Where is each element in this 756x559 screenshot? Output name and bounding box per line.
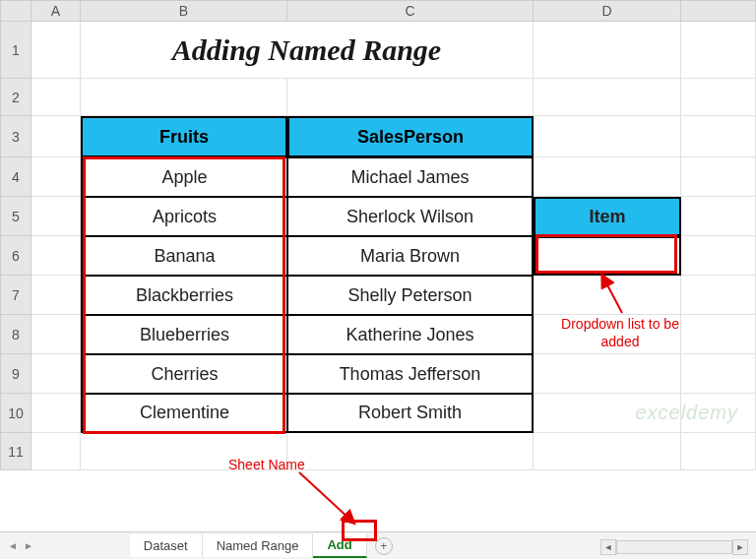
tab-nav-prev-icon[interactable]: ◄ bbox=[8, 540, 18, 551]
cell-a8[interactable] bbox=[32, 315, 81, 354]
cell-e1[interactable] bbox=[681, 22, 756, 79]
row-header-9[interactable]: 9 bbox=[0, 354, 32, 394]
annotation-sheetname: Sheet Name bbox=[228, 457, 305, 472]
col-header-d[interactable]: D bbox=[534, 0, 681, 22]
horizontal-scrollbar[interactable]: ◄ ► bbox=[600, 539, 748, 555]
cell-a11[interactable] bbox=[32, 433, 81, 470]
row-header-7[interactable]: 7 bbox=[0, 276, 32, 315]
header-fruits[interactable]: Fruits bbox=[81, 116, 287, 157]
cell-e8[interactable] bbox=[681, 315, 756, 354]
spreadsheet-grid: A B C D 1 Adding Named Range 2 3 Fruits … bbox=[0, 0, 756, 531]
col-header-a[interactable]: A bbox=[32, 0, 81, 22]
row-header-6[interactable]: 6 bbox=[0, 236, 32, 276]
annotation-dropdown: Dropdown list to be added bbox=[561, 315, 679, 350]
cell-a6[interactable] bbox=[32, 236, 81, 276]
row-header-3[interactable]: 3 bbox=[0, 116, 32, 157]
cell-a1[interactable] bbox=[32, 22, 81, 79]
row-header-1[interactable]: 1 bbox=[0, 22, 32, 79]
cell-c2[interactable] bbox=[287, 79, 534, 116]
cell-fruit-6[interactable]: Clementine bbox=[81, 394, 287, 433]
cell-item-dropdown[interactable] bbox=[534, 236, 681, 276]
cell-fruit-3[interactable]: Blackberries bbox=[81, 276, 287, 315]
cell-fruit-4[interactable]: Blueberries bbox=[81, 315, 287, 354]
sheet-tab-bar: ◄ ► Dataset Named Range Add + ◄ ► bbox=[0, 531, 756, 559]
cell-sales-5[interactable]: Thomas Jefferson bbox=[287, 354, 534, 394]
cell-e11[interactable] bbox=[681, 433, 756, 470]
cell-sales-3[interactable]: Shelly Peterson bbox=[287, 276, 534, 315]
cell-a3[interactable] bbox=[32, 116, 81, 157]
row-header-10[interactable]: 10 bbox=[0, 394, 32, 433]
cell-fruit-5[interactable]: Cherries bbox=[81, 354, 287, 394]
cell-d4[interactable] bbox=[534, 157, 681, 197]
col-header-b[interactable]: B bbox=[81, 0, 287, 22]
cell-d2[interactable] bbox=[534, 79, 681, 116]
tab-nav: ◄ ► bbox=[0, 540, 41, 551]
cell-e2[interactable] bbox=[681, 79, 756, 116]
cell-e3[interactable] bbox=[681, 116, 756, 157]
cell-a9[interactable] bbox=[32, 354, 81, 394]
cell-sales-1[interactable]: Sherlock Wilson bbox=[287, 197, 534, 236]
watermark: exceldemy bbox=[635, 402, 738, 424]
header-salesperson[interactable]: SalesPerson bbox=[287, 116, 534, 157]
cell-sales-6[interactable]: Robert Smith bbox=[287, 394, 534, 433]
row-header-8[interactable]: 8 bbox=[0, 315, 32, 354]
cell-fruit-1[interactable]: Apricots bbox=[81, 197, 287, 236]
cell-e4[interactable] bbox=[681, 157, 756, 197]
cell-a10[interactable] bbox=[32, 394, 81, 433]
cell-a4[interactable] bbox=[32, 157, 81, 197]
cell-d1[interactable] bbox=[534, 22, 681, 79]
cell-d9[interactable] bbox=[534, 354, 681, 394]
cell-a7[interactable] bbox=[32, 276, 81, 315]
row-header-4[interactable]: 4 bbox=[0, 157, 32, 197]
scroll-track[interactable] bbox=[616, 540, 732, 554]
scroll-right-icon[interactable]: ► bbox=[732, 539, 748, 555]
cell-d3[interactable] bbox=[534, 116, 681, 157]
row-header-5[interactable]: 5 bbox=[0, 197, 32, 236]
new-sheet-button[interactable]: + bbox=[375, 537, 393, 555]
col-header-c[interactable]: C bbox=[287, 0, 534, 22]
tab-nav-next-icon[interactable]: ► bbox=[24, 540, 33, 551]
row-header-2[interactable]: 2 bbox=[0, 79, 32, 116]
cell-fruit-0[interactable]: Apple bbox=[81, 157, 287, 197]
cell-a5[interactable] bbox=[32, 197, 81, 236]
cell-e6[interactable] bbox=[681, 236, 756, 276]
tab-dataset[interactable]: Dataset bbox=[130, 534, 203, 557]
cell-e5[interactable] bbox=[681, 197, 756, 236]
cell-c11[interactable] bbox=[287, 433, 534, 470]
scroll-left-icon[interactable]: ◄ bbox=[600, 539, 616, 555]
tab-named-range[interactable]: Named Range bbox=[203, 534, 314, 557]
cell-e9[interactable] bbox=[681, 354, 756, 394]
tab-add[interactable]: Add bbox=[313, 533, 366, 558]
col-header-e[interactable] bbox=[681, 0, 756, 22]
header-item[interactable]: Item bbox=[534, 197, 681, 236]
select-all-corner[interactable] bbox=[0, 0, 32, 22]
cell-sales-0[interactable]: Michael James bbox=[287, 157, 534, 197]
row-header-11[interactable]: 11 bbox=[0, 433, 32, 470]
cell-d11[interactable] bbox=[534, 433, 681, 470]
cell-a2[interactable] bbox=[32, 79, 81, 116]
cell-fruit-2[interactable]: Banana bbox=[81, 236, 287, 276]
cell-e7[interactable] bbox=[681, 276, 756, 315]
title-cell[interactable]: Adding Named Range bbox=[81, 22, 534, 79]
cell-sales-4[interactable]: Katherine Jones bbox=[287, 315, 534, 354]
cell-sales-2[interactable]: Maria Brown bbox=[287, 236, 534, 276]
cell-d7[interactable] bbox=[534, 276, 681, 315]
cell-b2[interactable] bbox=[81, 79, 287, 116]
